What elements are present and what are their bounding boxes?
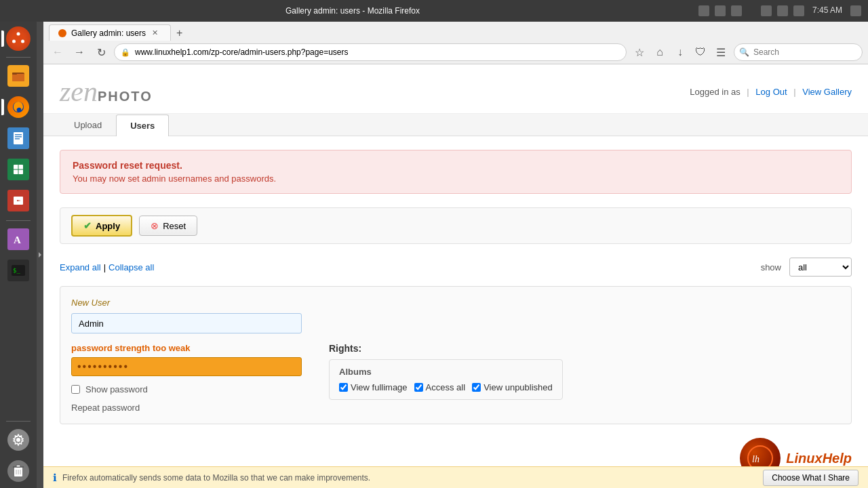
- tab-users[interactable]: Users: [116, 115, 169, 136]
- view-gallery-link[interactable]: View Gallery: [802, 87, 852, 97]
- files-icon: [7, 65, 29, 87]
- firefox-bar-left: ℹ Firefox automatically sends some data …: [53, 472, 370, 484]
- titlebar: Gallery admin: users - Mozilla Firefox 7…: [0, 0, 868, 22]
- view-fullimage-label: View fullimage: [351, 382, 408, 392]
- sidebar-item-ubuntu[interactable]: [4, 24, 33, 53]
- collapse-all-link[interactable]: Collapse all: [108, 262, 154, 272]
- action-bar: ✔ Apply ⊗ Reset: [60, 207, 852, 244]
- svg-point-5: [17, 33, 20, 36]
- firefox-notification-bar: ℹ Firefox automatically sends some data …: [43, 466, 868, 488]
- new-tab-btn[interactable]: +: [171, 26, 188, 41]
- alert-title: Password reset request.: [73, 160, 839, 171]
- show-password-checkbox[interactable]: [71, 385, 80, 394]
- checkbox-access-all: Access all: [414, 382, 466, 392]
- page-nav: Upload Users: [43, 114, 868, 136]
- new-user-label: New User: [71, 298, 840, 308]
- header-sep1: |: [747, 87, 749, 97]
- svg-point-24: [16, 438, 20, 442]
- view-fullimage-checkbox[interactable]: [339, 383, 348, 392]
- checkbox-view-fullimage: View fullimage: [339, 382, 408, 392]
- sidebar-item-fontmanager[interactable]: A: [4, 225, 33, 253]
- sidebar-item-impress[interactable]: [4, 186, 33, 215]
- sidebar-item-settings[interactable]: [4, 426, 33, 454]
- show-select[interactable]: all admins users: [789, 258, 852, 277]
- apply-button[interactable]: ✔ Apply: [71, 215, 132, 237]
- search-input[interactable]: [734, 43, 863, 61]
- download-btn[interactable]: ↓: [671, 43, 689, 61]
- svg-rect-10: [12, 73, 17, 75]
- zenphoto-header: zen PHOTO Logged in as | Log Out | View …: [43, 64, 868, 114]
- choose-share-button[interactable]: Choose What I Share: [763, 470, 859, 486]
- reset-button[interactable]: ⊗ Reset: [139, 216, 197, 236]
- system-settings-icon: [850, 5, 861, 16]
- svg-text:$_: $_: [13, 267, 20, 274]
- volume-icon: [793, 5, 804, 16]
- svg-rect-0: [761, 5, 772, 16]
- repeat-password-label: Repeat password: [71, 403, 302, 413]
- sidebar-item-trash[interactable]: [4, 457, 33, 485]
- back-btn[interactable]: ←: [49, 43, 66, 61]
- svg-rect-13: [15, 134, 22, 136]
- access-all-label: Access all: [426, 382, 466, 392]
- settings-icon: [7, 429, 29, 451]
- calc-icon: [7, 159, 29, 180]
- svg-rect-1: [777, 5, 788, 16]
- reset-icon: ⊗: [151, 220, 159, 231]
- show-label: show: [761, 262, 781, 272]
- expand-all-link[interactable]: Expand all: [60, 262, 101, 272]
- trash-icon: [7, 460, 29, 482]
- sidebar-toggle[interactable]: [37, 22, 43, 488]
- svg-point-7: [12, 40, 16, 43]
- input-icon: [761, 5, 772, 16]
- reload-btn[interactable]: ↻: [92, 43, 110, 61]
- alert-box: Password reset request. You may now set …: [60, 150, 852, 194]
- svg-marker-31: [39, 252, 41, 258]
- expand-bar: Expand all | Collapse all show all admin…: [60, 258, 852, 277]
- sidebar-item-firefox[interactable]: [4, 93, 33, 121]
- svg-rect-2: [793, 5, 804, 16]
- password-dots: ••••••••••: [77, 361, 129, 373]
- logout-link[interactable]: Log Out: [755, 87, 787, 97]
- writer-icon: [7, 127, 29, 149]
- user-section: New User password strength too weak ••••…: [60, 286, 852, 424]
- shield-btn[interactable]: 🛡: [692, 43, 709, 61]
- access-all-checkbox[interactable]: [414, 383, 423, 392]
- forward-btn[interactable]: →: [71, 43, 88, 61]
- url-input[interactable]: [114, 43, 627, 61]
- sidebar-item-writer[interactable]: [4, 124, 33, 152]
- tab-close-btn[interactable]: ✕: [150, 28, 160, 38]
- bookmark-btn[interactable]: ☆: [631, 43, 648, 61]
- view-unpublished-label: View unpublished: [484, 382, 553, 392]
- logged-in-text: Logged in as: [690, 87, 740, 97]
- linuxhelp-text: LinuxHelp: [786, 451, 852, 466]
- svg-rect-14: [15, 136, 22, 138]
- menu-btn[interactable]: ☰: [712, 43, 730, 61]
- linuxhelp-logo-circle: lh: [740, 438, 781, 466]
- page-content: zen PHOTO Logged in as | Log Out | View …: [43, 64, 868, 466]
- info-icon: ℹ: [53, 472, 57, 484]
- linuxhelp-logo: lh LinuxHelp: [740, 438, 852, 466]
- sidebar-item-calc[interactable]: [4, 155, 33, 184]
- close-window-icon[interactable]: [731, 5, 742, 16]
- minimize-icon[interactable]: [698, 5, 709, 16]
- password-input-bar[interactable]: ••••••••••: [71, 357, 302, 376]
- tab-upload[interactable]: Upload: [60, 114, 116, 136]
- sidebar-item-terminal[interactable]: $_: [4, 256, 33, 285]
- clock: 7:45 AM: [812, 5, 842, 16]
- alert-message: You may now set admin usernames and pass…: [73, 174, 839, 184]
- svg-text:lh: lh: [752, 454, 760, 464]
- rights-section: Rights: Albums View fullimage: [329, 343, 563, 413]
- svg-point-6: [21, 40, 24, 43]
- svg-rect-27: [16, 465, 20, 467]
- albums-title: Albums: [339, 367, 553, 377]
- home-btn[interactable]: ⌂: [651, 43, 669, 61]
- username-input[interactable]: [71, 313, 302, 333]
- tab-favicon: [58, 28, 67, 38]
- view-unpublished-checkbox[interactable]: [472, 383, 481, 392]
- zen-photo-text: PHOTO: [98, 89, 153, 104]
- svg-point-32: [58, 29, 66, 37]
- maximize-icon[interactable]: [715, 5, 726, 16]
- active-tab[interactable]: Gallery admin: users ✕: [49, 24, 171, 41]
- sidebar-item-files[interactable]: [4, 62, 33, 90]
- search-icon: 🔍: [739, 47, 749, 57]
